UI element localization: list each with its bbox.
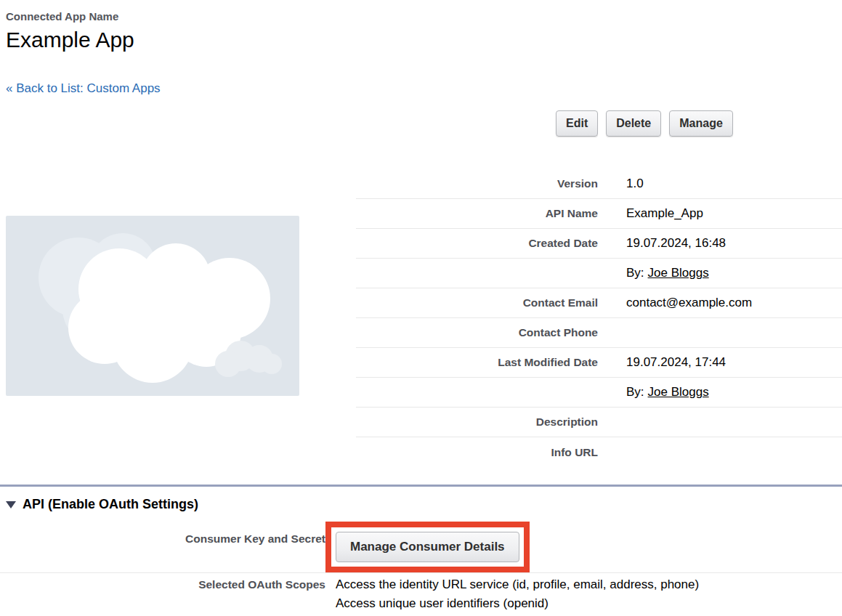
delete-button[interactable]: Delete xyxy=(606,110,661,137)
cloud-shape xyxy=(262,354,282,374)
created-by-user-link[interactable]: Joe Bloggs xyxy=(648,266,709,280)
oauth-scopes-row: Selected OAuth Scopes Access the identit… xyxy=(0,574,842,613)
oauth-scope-item: Access the identity URL service (id, pro… xyxy=(336,575,699,594)
field-label: Version xyxy=(356,177,598,190)
by-prefix: By: xyxy=(626,266,644,280)
oauth-scope-item: Access unique user identifiers (openid) xyxy=(336,594,699,613)
field-label: Description xyxy=(356,416,598,429)
entity-type-label: Connected App Name xyxy=(6,10,118,23)
field-row-created-by: By:Joe Bloggs xyxy=(356,259,842,288)
field-value: By:Joe Bloggs xyxy=(598,266,709,280)
consumer-key-label: Consumer Key and Secret xyxy=(0,520,325,546)
oauth-section-header: API (Enable OAuth Settings) xyxy=(6,497,198,512)
field-row-api-name: API Name Example_App xyxy=(356,199,842,229)
field-label: API Name xyxy=(356,207,598,220)
manage-consumer-details-button[interactable]: Manage Consumer Details xyxy=(336,532,519,562)
field-row-description: Description xyxy=(356,408,842,437)
field-row-version: Version 1.0 xyxy=(356,169,842,199)
consumer-key-row: Consumer Key and Secret Manage Consumer … xyxy=(0,520,842,573)
manage-button[interactable]: Manage xyxy=(669,110,733,137)
toolbar: Edit Delete Manage xyxy=(556,110,733,137)
field-label: Contact Email xyxy=(356,296,598,309)
field-label: Contact Phone xyxy=(356,326,598,339)
oauth-section-title: API (Enable OAuth Settings) xyxy=(23,497,198,512)
cloud-shape xyxy=(215,351,241,377)
oauth-scopes-label: Selected OAuth Scopes xyxy=(0,574,325,591)
field-row-contact-phone: Contact Phone xyxy=(356,318,842,348)
section-divider xyxy=(0,485,842,487)
page-title: Example App xyxy=(6,28,134,52)
field-value: 19.07.2024, 17:44 xyxy=(598,355,726,370)
modified-by-user-link[interactable]: Joe Bloggs xyxy=(648,385,709,399)
detail-field-table: Version 1.0 API Name Example_App Created… xyxy=(356,169,842,467)
collapse-triangle-icon[interactable] xyxy=(6,501,16,508)
field-row-contact-email: Contact Email contact@example.com xyxy=(356,288,842,318)
field-row-modified-by: By:Joe Bloggs xyxy=(356,378,842,408)
field-value: 19.07.2024, 16:48 xyxy=(598,236,726,251)
field-row-last-modified-date: Last Modified Date 19.07.2024, 17:44 xyxy=(356,348,842,378)
edit-button[interactable]: Edit xyxy=(556,110,598,137)
field-row-created-date: Created Date 19.07.2024, 16:48 xyxy=(356,229,842,259)
field-value: 1.0 xyxy=(598,177,644,191)
field-row-info-url: Info URL xyxy=(356,437,842,467)
field-label: Info URL xyxy=(356,446,598,459)
field-value: Example_App xyxy=(598,206,703,221)
red-highlight-annotation: Manage Consumer Details xyxy=(325,522,530,572)
field-value: By:Joe Bloggs xyxy=(598,385,709,400)
back-to-list-link[interactable]: « Back to List: Custom Apps xyxy=(6,81,161,96)
oauth-scopes-values: Access the identity URL service (id, pro… xyxy=(336,574,699,613)
field-value: contact@example.com xyxy=(598,296,752,310)
cloud-illustration xyxy=(6,216,299,396)
field-label: Last Modified Date xyxy=(356,356,598,369)
field-label: Created Date xyxy=(356,237,598,250)
by-prefix: By: xyxy=(626,385,644,399)
